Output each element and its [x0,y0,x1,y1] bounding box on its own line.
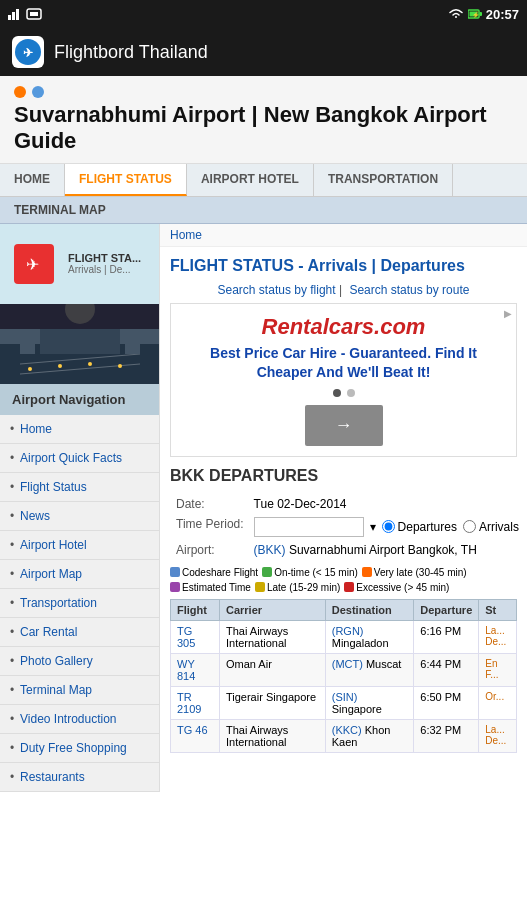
dot-blue [32,86,44,98]
sidebar-link-duty-free-shopping[interactable]: Duty Free Shopping [0,734,159,762]
sidebar-nav-list: Home Airport Quick Facts Flight Status N… [0,415,159,792]
tab-flight-status[interactable]: FLIGHT STATUS [65,164,187,196]
time-period-label: Time Period: [172,515,248,539]
sidebar-item-transportation[interactable]: Transportation [0,589,159,618]
dest-link-1[interactable]: (MCT) [332,658,363,670]
departures-radio-label[interactable]: Departures [382,520,457,534]
status-0: La...De... [479,620,517,653]
sidebar-item-video-introduction[interactable]: Video Introduction [0,705,159,734]
legend-codeshare-label: Codeshare Flight [182,567,258,578]
sidebar-item-home[interactable]: Home [0,415,159,444]
sim-icon [26,7,42,21]
sidebar-link-transportation[interactable]: Transportation [0,589,159,617]
departures-title: BKK DEPARTURES [170,467,517,485]
destination-3: (KKC) Khon Kaen [325,719,414,752]
svg-rect-19 [125,334,140,354]
ad-dot-1[interactable] [333,389,341,397]
svg-text:✈: ✈ [23,46,33,60]
flight-link-0[interactable]: TG 305 [177,625,195,649]
tab-transportation[interactable]: TRANSPORTATION [314,164,453,196]
dest-link-0[interactable]: (RGN) [332,625,364,637]
col-status: St [479,599,517,620]
sidebar-item-photo-gallery[interactable]: Photo Gallery [0,647,159,676]
ad-main-text: Rentalcars.com [181,314,506,340]
app-header: ✈ Flightbord Thailand [0,28,527,76]
search-links: Search status by flight | Search status … [170,283,517,297]
sidebar-item-news[interactable]: News [0,502,159,531]
sidebar-item-car-rental[interactable]: Car Rental [0,618,159,647]
departures-radio[interactable] [382,520,395,533]
flight-row-0: TG 305 Thai Airways International (RGN) … [171,620,517,653]
banner-flight-icon: ✈ [14,244,54,284]
svg-rect-18 [20,334,35,354]
sub-nav[interactable]: TERMINAL MAP [0,197,527,224]
sidebar-link-home[interactable]: Home [0,415,159,443]
arrivals-radio[interactable] [463,520,476,533]
airport-code-link[interactable]: (BKK) [254,543,286,557]
sidebar-link-news[interactable]: News [0,502,159,530]
flight-link-3[interactable]: TG 46 [177,724,208,736]
dest-link-2[interactable]: (SIN) [332,691,358,703]
svg-point-22 [88,362,92,366]
sidebar-link-video-introduction[interactable]: Video Introduction [0,705,159,733]
svg-text:⚡: ⚡ [472,11,480,19]
status-2: Or... [479,686,517,719]
flight-link-1[interactable]: WY 814 [177,658,195,682]
ad-banner[interactable]: ▶ Rentalcars.com Best Price Car Hire - G… [170,303,517,457]
search-by-flight-link[interactable]: Search status by flight [218,283,336,297]
flight-number-0[interactable]: TG 305 [171,620,220,653]
date-label: Date: [172,495,248,513]
legend-estimated: Estimated Time [170,582,251,593]
flight-link-2[interactable]: TR 2109 [177,691,201,715]
col-destination: Destination [325,599,414,620]
app-title: Flightbord Thailand [54,42,208,63]
sidebar-item-duty-free-shopping[interactable]: Duty Free Shopping [0,734,159,763]
dest-link-3[interactable]: (KKC) [332,724,362,736]
flight-row-2: TR 2109 Tigerair Singapore (SIN) Singapo… [171,686,517,719]
search-by-route-link[interactable]: Search status by route [349,283,469,297]
sidebar-link-terminal-map[interactable]: Terminal Map [0,676,159,704]
departures-info-table: Date: Tue 02-Dec-2014 Time Period: 6:00 … [170,493,525,561]
sidebar-nav-title: Airport Navigation [0,384,159,415]
sidebar-item-terminal-map[interactable]: Terminal Map [0,676,159,705]
airport-info: (BKK) Suvarnabhumi Airport Bangkok, TH [250,541,523,559]
sidebar-item-flight-status[interactable]: Flight Status [0,473,159,502]
flight-number-2[interactable]: TR 2109 [171,686,220,719]
flight-number-3[interactable]: TG 46 [171,719,220,752]
flight-number-1[interactable]: WY 814 [171,653,220,686]
ad-dot-2[interactable] [347,389,355,397]
sidebar-item-airport-map[interactable]: Airport Map [0,560,159,589]
carrier-1: Oman Air [219,653,325,686]
header-dots [14,86,513,98]
sidebar-link-flight-status[interactable]: Flight Status [0,473,159,501]
breadcrumb[interactable]: Home [160,224,527,247]
sidebar-link-airport-hotel[interactable]: Airport Hotel [0,531,159,559]
time-period-input[interactable]: 6:00 PM - 9:00 PM [254,517,364,537]
flight-row-3: TG 46 Thai Airways International (KKC) K… [171,719,517,752]
arrivals-radio-label[interactable]: Arrivals [463,520,519,534]
sidebar-link-airport-map[interactable]: Airport Map [0,560,159,588]
legend-on-time: On-time (< 15 min) [262,567,358,578]
banner-main-text: FLIGHT STA... [68,252,141,264]
legend-estimated-label: Estimated Time [182,582,251,593]
sidebar-link-airport-quick-facts[interactable]: Airport Quick Facts [0,444,159,472]
tab-airport-hotel[interactable]: AIRPORT HOTEL [187,164,314,196]
tab-home[interactable]: HOME [0,164,65,196]
breadcrumb-home-link[interactable]: Home [170,228,202,242]
status-bar-right: ⚡ 20:57 [448,7,519,22]
departure-time-0: 6:16 PM [414,620,479,653]
carrier-2: Tigerair Singapore [219,686,325,719]
sidebar-link-restaurants[interactable]: Restaurants [0,763,159,791]
status-text-2: Or... [485,691,504,702]
ad-arrow-button[interactable]: → [305,405,383,446]
sidebar-item-restaurants[interactable]: Restaurants [0,763,159,792]
sidebar-link-car-rental[interactable]: Car Rental [0,618,159,646]
sidebar-link-photo-gallery[interactable]: Photo Gallery [0,647,159,675]
time-period-filter: 6:00 PM - 9:00 PM ▾ Departures Arrivals [254,517,519,537]
time-dropdown-icon[interactable]: ▾ [370,520,376,534]
legend-on-time-dot [262,567,272,577]
sidebar-banner: ✈ FLIGHT STA... Arrivals | De... [0,224,159,304]
sidebar-item-airport-quick-facts[interactable]: Airport Quick Facts [0,444,159,473]
search-separator: | [339,283,342,297]
sidebar-item-airport-hotel[interactable]: Airport Hotel [0,531,159,560]
